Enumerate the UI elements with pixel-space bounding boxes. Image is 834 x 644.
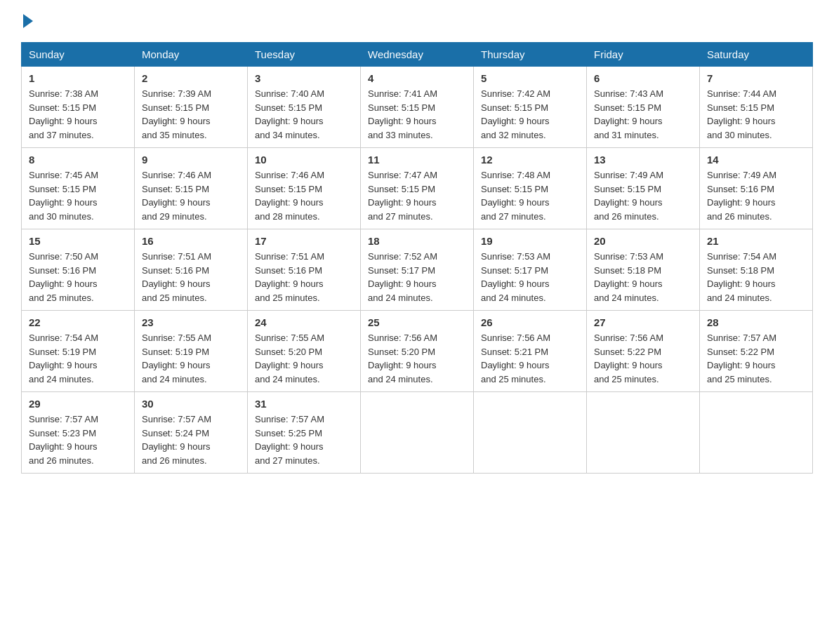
day-info: Sunrise: 7:40 AMSunset: 5:15 PMDaylight:…	[255, 87, 353, 142]
calendar-day: 26Sunrise: 7:56 AMSunset: 5:21 PMDayligh…	[474, 311, 587, 392]
calendar-day: 8Sunrise: 7:45 AMSunset: 5:15 PMDaylight…	[22, 148, 135, 229]
calendar-week-2: 8Sunrise: 7:45 AMSunset: 5:15 PMDaylight…	[22, 148, 813, 229]
logo	[21, 14, 35, 28]
day-info: Sunrise: 7:54 AMSunset: 5:19 PMDaylight:…	[29, 331, 127, 386]
calendar-week-5: 29Sunrise: 7:57 AMSunset: 5:23 PMDayligh…	[22, 392, 813, 474]
calendar-day	[474, 392, 587, 474]
day-number: 8	[29, 154, 127, 166]
day-info: Sunrise: 7:46 AMSunset: 5:15 PMDaylight:…	[142, 168, 240, 223]
day-number: 4	[368, 72, 466, 84]
day-info: Sunrise: 7:51 AMSunset: 5:16 PMDaylight:…	[255, 250, 353, 304]
day-info: Sunrise: 7:56 AMSunset: 5:22 PMDaylight:…	[594, 331, 692, 386]
calendar-day: 1Sunrise: 7:38 AMSunset: 5:15 PMDaylight…	[22, 67, 135, 148]
day-info: Sunrise: 7:49 AMSunset: 5:16 PMDaylight:…	[707, 168, 805, 223]
day-info: Sunrise: 7:39 AMSunset: 5:15 PMDaylight:…	[142, 87, 240, 142]
calendar-day: 23Sunrise: 7:55 AMSunset: 5:19 PMDayligh…	[135, 311, 248, 392]
calendar-day: 5Sunrise: 7:42 AMSunset: 5:15 PMDaylight…	[474, 67, 587, 148]
calendar-day: 30Sunrise: 7:57 AMSunset: 5:24 PMDayligh…	[135, 392, 248, 474]
day-info: Sunrise: 7:48 AMSunset: 5:15 PMDaylight:…	[481, 168, 579, 223]
calendar-day: 10Sunrise: 7:46 AMSunset: 5:15 PMDayligh…	[248, 148, 361, 229]
day-number: 3	[255, 72, 353, 84]
day-number: 20	[594, 235, 692, 247]
calendar-day: 14Sunrise: 7:49 AMSunset: 5:16 PMDayligh…	[700, 148, 813, 229]
day-number: 14	[707, 154, 805, 166]
calendar-body: 1Sunrise: 7:38 AMSunset: 5:15 PMDaylight…	[22, 67, 813, 474]
day-number: 22	[29, 316, 127, 328]
calendar-day: 20Sunrise: 7:53 AMSunset: 5:18 PMDayligh…	[587, 229, 700, 311]
header-cell-monday: Monday	[135, 43, 248, 67]
day-number: 11	[368, 154, 466, 166]
logo-text	[21, 14, 35, 28]
day-info: Sunrise: 7:57 AMSunset: 5:22 PMDaylight:…	[707, 331, 805, 386]
day-info: Sunrise: 7:43 AMSunset: 5:15 PMDaylight:…	[594, 87, 692, 142]
calendar-day: 7Sunrise: 7:44 AMSunset: 5:15 PMDaylight…	[700, 67, 813, 148]
calendar-day: 15Sunrise: 7:50 AMSunset: 5:16 PMDayligh…	[22, 229, 135, 311]
day-number: 6	[594, 72, 692, 84]
calendar-day: 4Sunrise: 7:41 AMSunset: 5:15 PMDaylight…	[361, 67, 474, 148]
calendar-day	[361, 392, 474, 474]
calendar-week-1: 1Sunrise: 7:38 AMSunset: 5:15 PMDaylight…	[22, 67, 813, 148]
day-number: 9	[142, 154, 240, 166]
day-info: Sunrise: 7:57 AMSunset: 5:25 PMDaylight:…	[255, 412, 353, 467]
calendar-day	[587, 392, 700, 474]
day-info: Sunrise: 7:57 AMSunset: 5:23 PMDaylight:…	[29, 412, 127, 467]
header-cell-saturday: Saturday	[700, 43, 813, 67]
day-info: Sunrise: 7:55 AMSunset: 5:19 PMDaylight:…	[142, 331, 240, 386]
day-info: Sunrise: 7:44 AMSunset: 5:15 PMDaylight:…	[707, 87, 805, 142]
header-cell-sunday: Sunday	[22, 43, 135, 67]
calendar-day: 29Sunrise: 7:57 AMSunset: 5:23 PMDayligh…	[22, 392, 135, 474]
day-number: 25	[368, 316, 466, 328]
calendar-day: 24Sunrise: 7:55 AMSunset: 5:20 PMDayligh…	[248, 311, 361, 392]
calendar-day: 16Sunrise: 7:51 AMSunset: 5:16 PMDayligh…	[135, 229, 248, 311]
day-info: Sunrise: 7:57 AMSunset: 5:24 PMDaylight:…	[142, 412, 240, 467]
calendar-day: 28Sunrise: 7:57 AMSunset: 5:22 PMDayligh…	[700, 311, 813, 392]
day-number: 26	[481, 316, 579, 328]
calendar-day: 18Sunrise: 7:52 AMSunset: 5:17 PMDayligh…	[361, 229, 474, 311]
calendar-day: 31Sunrise: 7:57 AMSunset: 5:25 PMDayligh…	[248, 392, 361, 474]
day-info: Sunrise: 7:45 AMSunset: 5:15 PMDaylight:…	[29, 168, 127, 223]
day-info: Sunrise: 7:53 AMSunset: 5:18 PMDaylight:…	[594, 250, 692, 304]
header-cell-friday: Friday	[587, 43, 700, 67]
day-info: Sunrise: 7:42 AMSunset: 5:15 PMDaylight:…	[481, 87, 579, 142]
calendar-day: 19Sunrise: 7:53 AMSunset: 5:17 PMDayligh…	[474, 229, 587, 311]
day-info: Sunrise: 7:46 AMSunset: 5:15 PMDaylight:…	[255, 168, 353, 223]
day-number: 24	[255, 316, 353, 328]
day-number: 29	[29, 398, 127, 410]
day-number: 30	[142, 398, 240, 410]
calendar-table: SundayMondayTuesdayWednesdayThursdayFrid…	[21, 42, 813, 474]
calendar-header: SundayMondayTuesdayWednesdayThursdayFrid…	[22, 43, 813, 67]
calendar-week-4: 22Sunrise: 7:54 AMSunset: 5:19 PMDayligh…	[22, 311, 813, 392]
calendar-day: 6Sunrise: 7:43 AMSunset: 5:15 PMDaylight…	[587, 67, 700, 148]
day-number: 21	[707, 235, 805, 247]
day-info: Sunrise: 7:41 AMSunset: 5:15 PMDaylight:…	[368, 87, 466, 142]
calendar-day: 21Sunrise: 7:54 AMSunset: 5:18 PMDayligh…	[700, 229, 813, 311]
day-info: Sunrise: 7:53 AMSunset: 5:17 PMDaylight:…	[481, 250, 579, 304]
page-header	[21, 14, 813, 28]
calendar-day: 12Sunrise: 7:48 AMSunset: 5:15 PMDayligh…	[474, 148, 587, 229]
day-number: 17	[255, 235, 353, 247]
logo-arrow-icon	[23, 14, 33, 28]
day-info: Sunrise: 7:55 AMSunset: 5:20 PMDaylight:…	[255, 331, 353, 386]
calendar-day: 11Sunrise: 7:47 AMSunset: 5:15 PMDayligh…	[361, 148, 474, 229]
day-number: 13	[594, 154, 692, 166]
day-number: 1	[29, 72, 127, 84]
calendar-week-3: 15Sunrise: 7:50 AMSunset: 5:16 PMDayligh…	[22, 229, 813, 311]
day-info: Sunrise: 7:47 AMSunset: 5:15 PMDaylight:…	[368, 168, 466, 223]
day-number: 16	[142, 235, 240, 247]
day-info: Sunrise: 7:50 AMSunset: 5:16 PMDaylight:…	[29, 250, 127, 304]
calendar-day: 27Sunrise: 7:56 AMSunset: 5:22 PMDayligh…	[587, 311, 700, 392]
day-info: Sunrise: 7:56 AMSunset: 5:20 PMDaylight:…	[368, 331, 466, 386]
calendar-day: 25Sunrise: 7:56 AMSunset: 5:20 PMDayligh…	[361, 311, 474, 392]
calendar-day: 17Sunrise: 7:51 AMSunset: 5:16 PMDayligh…	[248, 229, 361, 311]
calendar-day: 13Sunrise: 7:49 AMSunset: 5:15 PMDayligh…	[587, 148, 700, 229]
day-number: 28	[707, 316, 805, 328]
header-cell-tuesday: Tuesday	[248, 43, 361, 67]
calendar-day	[700, 392, 813, 474]
day-number: 19	[481, 235, 579, 247]
calendar-day: 2Sunrise: 7:39 AMSunset: 5:15 PMDaylight…	[135, 67, 248, 148]
day-number: 18	[368, 235, 466, 247]
day-info: Sunrise: 7:49 AMSunset: 5:15 PMDaylight:…	[594, 168, 692, 223]
calendar-day: 3Sunrise: 7:40 AMSunset: 5:15 PMDaylight…	[248, 67, 361, 148]
day-number: 5	[481, 72, 579, 84]
day-number: 23	[142, 316, 240, 328]
